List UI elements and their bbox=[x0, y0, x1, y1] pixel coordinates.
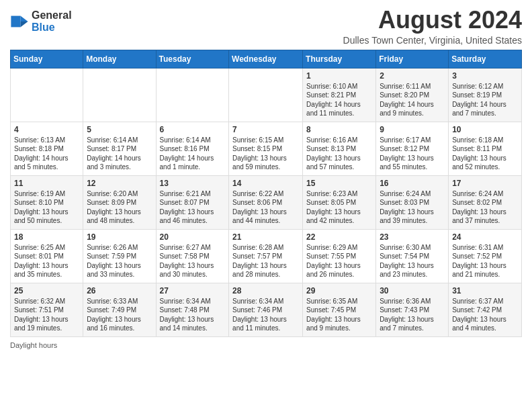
day-number: 1 bbox=[306, 71, 372, 81]
day-info: Sunrise: 6:20 AMSunset: 8:09 PMDaylight:… bbox=[87, 189, 152, 226]
day-number: 30 bbox=[380, 286, 445, 295]
day-number: 23 bbox=[380, 232, 445, 242]
weekday-header-tuesday: Tuesday bbox=[156, 50, 229, 68]
day-info: Sunrise: 6:26 AMSunset: 7:59 PMDaylight:… bbox=[87, 243, 152, 279]
logo-text: General Blue bbox=[32, 9, 72, 33]
day-cell: 11Sunrise: 6:19 AMSunset: 8:10 PMDayligh… bbox=[11, 175, 83, 229]
day-number: 25 bbox=[14, 286, 79, 295]
day-cell: 2Sunrise: 6:11 AMSunset: 8:20 PMDaylight… bbox=[376, 68, 449, 122]
day-cell: 30Sunrise: 6:36 AMSunset: 7:43 PMDayligh… bbox=[376, 283, 449, 336]
day-cell: 6Sunrise: 6:14 AMSunset: 8:16 PMDaylight… bbox=[156, 122, 229, 175]
day-number: 27 bbox=[160, 286, 226, 295]
logo: General Blue bbox=[10, 9, 72, 33]
daylight-label: Daylight hours bbox=[10, 341, 57, 349]
day-number: 29 bbox=[306, 286, 372, 295]
calendar-table: SundayMondayTuesdayWednesdayThursdayFrid… bbox=[10, 50, 522, 337]
weekday-header-wednesday: Wednesday bbox=[229, 50, 303, 68]
day-cell: 24Sunrise: 6:31 AMSunset: 7:52 PMDayligh… bbox=[449, 229, 522, 283]
week-row-4: 18Sunrise: 6:25 AMSunset: 8:01 PMDayligh… bbox=[11, 229, 522, 283]
day-number: 20 bbox=[160, 232, 226, 242]
day-number: 26 bbox=[87, 286, 152, 295]
day-number: 11 bbox=[14, 179, 79, 188]
weekday-header-saturday: Saturday bbox=[449, 50, 522, 68]
day-number: 31 bbox=[452, 286, 518, 295]
day-info: Sunrise: 6:35 AMSunset: 7:45 PMDaylight:… bbox=[306, 297, 372, 333]
day-number: 21 bbox=[232, 232, 299, 242]
day-info: Sunrise: 6:34 AMSunset: 7:46 PMDaylight:… bbox=[232, 297, 299, 333]
day-info: Sunrise: 6:16 AMSunset: 8:13 PMDaylight:… bbox=[306, 136, 372, 172]
day-info: Sunrise: 6:27 AMSunset: 7:58 PMDaylight:… bbox=[160, 243, 226, 279]
day-cell: 9Sunrise: 6:17 AMSunset: 8:12 PMDaylight… bbox=[376, 122, 449, 175]
weekday-header-row: SundayMondayTuesdayWednesdayThursdayFrid… bbox=[11, 50, 522, 68]
day-number: 5 bbox=[87, 125, 152, 134]
day-cell: 21Sunrise: 6:28 AMSunset: 7:57 PMDayligh… bbox=[229, 229, 303, 283]
day-number: 16 bbox=[380, 179, 445, 188]
day-cell bbox=[11, 68, 83, 122]
day-number: 24 bbox=[452, 232, 518, 242]
day-info: Sunrise: 6:15 AMSunset: 8:15 PMDaylight:… bbox=[232, 136, 299, 172]
week-row-5: 25Sunrise: 6:32 AMSunset: 7:51 PMDayligh… bbox=[11, 283, 522, 336]
day-cell: 13Sunrise: 6:21 AMSunset: 8:07 PMDayligh… bbox=[156, 175, 229, 229]
weekday-header-friday: Friday bbox=[376, 50, 449, 68]
day-cell bbox=[229, 68, 303, 122]
day-info: Sunrise: 6:33 AMSunset: 7:49 PMDaylight:… bbox=[87, 297, 152, 333]
logo-general-text: General bbox=[32, 9, 72, 21]
day-cell: 1Sunrise: 6:10 AMSunset: 8:21 PMDaylight… bbox=[303, 68, 376, 122]
day-info: Sunrise: 6:12 AMSunset: 8:19 PMDaylight:… bbox=[452, 82, 518, 118]
day-info: Sunrise: 6:13 AMSunset: 8:18 PMDaylight:… bbox=[14, 136, 79, 172]
day-info: Sunrise: 6:36 AMSunset: 7:43 PMDaylight:… bbox=[380, 297, 445, 333]
day-cell: 29Sunrise: 6:35 AMSunset: 7:45 PMDayligh… bbox=[303, 283, 376, 336]
day-number: 8 bbox=[306, 125, 372, 134]
day-cell: 23Sunrise: 6:30 AMSunset: 7:54 PMDayligh… bbox=[376, 229, 449, 283]
svg-rect-3 bbox=[11, 15, 20, 27]
day-cell: 28Sunrise: 6:34 AMSunset: 7:46 PMDayligh… bbox=[229, 283, 303, 336]
day-info: Sunrise: 6:29 AMSunset: 7:55 PMDaylight:… bbox=[306, 243, 372, 279]
day-info: Sunrise: 6:28 AMSunset: 7:57 PMDaylight:… bbox=[232, 243, 299, 279]
location: Dulles Town Center, Virginia, United Sta… bbox=[343, 35, 522, 46]
month-title: August 2024 bbox=[343, 7, 522, 34]
day-info: Sunrise: 6:32 AMSunset: 7:51 PMDaylight:… bbox=[14, 297, 79, 333]
day-info: Sunrise: 6:30 AMSunset: 7:54 PMDaylight:… bbox=[380, 243, 445, 279]
day-number: 17 bbox=[452, 179, 518, 188]
day-number: 15 bbox=[306, 179, 372, 188]
day-cell bbox=[156, 68, 229, 122]
day-info: Sunrise: 6:21 AMSunset: 8:07 PMDaylight:… bbox=[160, 189, 226, 226]
day-info: Sunrise: 6:14 AMSunset: 8:17 PMDaylight:… bbox=[87, 136, 152, 172]
day-number: 9 bbox=[380, 125, 445, 134]
day-cell bbox=[83, 68, 156, 122]
day-number: 13 bbox=[160, 179, 226, 188]
day-cell: 4Sunrise: 6:13 AMSunset: 8:18 PMDaylight… bbox=[11, 122, 83, 175]
day-cell: 19Sunrise: 6:26 AMSunset: 7:59 PMDayligh… bbox=[83, 229, 156, 283]
day-cell: 7Sunrise: 6:15 AMSunset: 8:15 PMDaylight… bbox=[229, 122, 303, 175]
day-cell: 14Sunrise: 6:22 AMSunset: 8:06 PMDayligh… bbox=[229, 175, 303, 229]
day-number: 2 bbox=[380, 71, 445, 81]
weekday-header-monday: Monday bbox=[83, 50, 156, 68]
day-info: Sunrise: 6:31 AMSunset: 7:52 PMDaylight:… bbox=[452, 243, 518, 279]
day-cell: 18Sunrise: 6:25 AMSunset: 8:01 PMDayligh… bbox=[11, 229, 83, 283]
day-info: Sunrise: 6:19 AMSunset: 8:10 PMDaylight:… bbox=[14, 189, 79, 226]
day-cell: 10Sunrise: 6:18 AMSunset: 8:11 PMDayligh… bbox=[449, 122, 522, 175]
day-info: Sunrise: 6:34 AMSunset: 7:48 PMDaylight:… bbox=[160, 297, 226, 333]
day-info: Sunrise: 6:23 AMSunset: 8:05 PMDaylight:… bbox=[306, 189, 372, 226]
day-number: 4 bbox=[14, 125, 79, 134]
day-number: 12 bbox=[87, 179, 152, 188]
day-number: 22 bbox=[306, 232, 372, 242]
day-info: Sunrise: 6:18 AMSunset: 8:11 PMDaylight:… bbox=[452, 136, 518, 172]
day-cell: 3Sunrise: 6:12 AMSunset: 8:19 PMDaylight… bbox=[449, 68, 522, 122]
weekday-header-sunday: Sunday bbox=[11, 50, 83, 68]
day-cell: 20Sunrise: 6:27 AMSunset: 7:58 PMDayligh… bbox=[156, 229, 229, 283]
header: General Blue August 2024 Dulles Town Cen… bbox=[10, 7, 522, 46]
day-number: 3 bbox=[452, 71, 518, 81]
day-cell: 17Sunrise: 6:24 AMSunset: 8:02 PMDayligh… bbox=[449, 175, 522, 229]
day-info: Sunrise: 6:10 AMSunset: 8:21 PMDaylight:… bbox=[306, 82, 372, 118]
day-cell: 8Sunrise: 6:16 AMSunset: 8:13 PMDaylight… bbox=[303, 122, 376, 175]
day-number: 10 bbox=[452, 125, 518, 134]
day-cell: 5Sunrise: 6:14 AMSunset: 8:17 PMDaylight… bbox=[83, 122, 156, 175]
day-cell: 12Sunrise: 6:20 AMSunset: 8:09 PMDayligh… bbox=[83, 175, 156, 229]
day-cell: 31Sunrise: 6:37 AMSunset: 7:42 PMDayligh… bbox=[449, 283, 522, 336]
day-number: 28 bbox=[232, 286, 299, 295]
day-info: Sunrise: 6:22 AMSunset: 8:06 PMDaylight:… bbox=[232, 189, 299, 226]
day-cell: 16Sunrise: 6:24 AMSunset: 8:03 PMDayligh… bbox=[376, 175, 449, 229]
logo-blue-text: Blue bbox=[32, 21, 72, 34]
day-cell: 22Sunrise: 6:29 AMSunset: 7:55 PMDayligh… bbox=[303, 229, 376, 283]
